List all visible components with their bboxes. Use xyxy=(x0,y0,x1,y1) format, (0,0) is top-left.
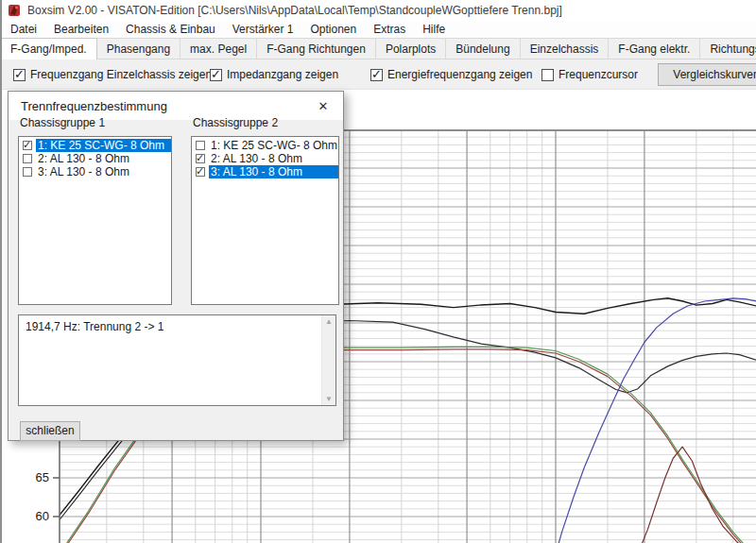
crossover-frequency-dialog: Trennfrequenzbestimmung ✕ Chassisgruppe … xyxy=(8,91,344,441)
tab-max-pegel[interactable]: max. Pegel xyxy=(180,38,257,59)
checkbox-label: Frequenzgang Einzelchassis zeigen xyxy=(30,68,212,81)
y-axis-label: 65 xyxy=(36,470,49,484)
close-icon[interactable]: ✕ xyxy=(315,99,332,113)
list-item-2-al-130-8-ohm[interactable]: 2: AL 130 - 8 Ohm xyxy=(21,152,171,165)
checkbox-label: Frequenzcursor xyxy=(558,68,638,81)
checkbox-label: Impedanzgang zeigen xyxy=(227,68,338,81)
menu-item-extras[interactable]: Extras xyxy=(365,22,414,37)
tab-f-gang-richtungen[interactable]: F-Gang Richtungen xyxy=(256,38,376,59)
boxsim-window: 6560 Boxsim V2.00 - VISATON-Edition [C:\… xyxy=(0,0,756,543)
menu-bar: DateiBearbeitenChassis & EinbauVerstärke… xyxy=(0,21,756,38)
list-item-checkbox[interactable] xyxy=(23,154,32,163)
list-item-checkbox[interactable] xyxy=(23,141,32,150)
tab-polarplots[interactable]: Polarplots xyxy=(375,38,446,59)
checkbox-label: Energiefrequenzgang zeigen xyxy=(387,68,532,81)
list-item-1-ke-25-sc-wg-8-ohm[interactable]: 1: KE 25 SC-WG- 8 Ohm xyxy=(194,139,338,152)
checkbox-impedanzgang-zeigen[interactable]: Impedanzgang zeigen xyxy=(210,68,338,81)
y-axis-label: 60 xyxy=(36,509,49,523)
list-item-checkbox[interactable] xyxy=(196,141,205,150)
result-text: 1914,7 Hz: Trennung 2 -> 1 xyxy=(19,315,335,338)
result-box: 1914,7 Hz: Trennung 2 -> 1 ▲ ▼ xyxy=(18,314,336,406)
tab-bündelung[interactable]: Bündelung xyxy=(445,38,520,59)
listbox-chassisgruppe-1[interactable]: 1: KE 25 SC-WG- 8 Ohm2: AL 130 - 8 Ohm3:… xyxy=(18,136,172,305)
list-item-label: 2: AL 130 - 8 Ohm xyxy=(36,152,171,165)
result-scrollbar[interactable]: ▲ ▼ xyxy=(321,315,335,405)
tab-phasengang[interactable]: Phasengang xyxy=(96,38,180,59)
menu-item-hilfe[interactable]: Hilfe xyxy=(414,22,454,37)
series-impedanzgang xyxy=(638,447,756,543)
list-item-label: 3: AL 130 - 8 Ohm xyxy=(209,165,338,178)
scrollbar-up-icon[interactable]: ▲ xyxy=(322,317,335,326)
compare-curves-button[interactable]: Vergleichskurven einb xyxy=(658,63,756,86)
window-left-border xyxy=(0,0,2,543)
chassisgruppe-2-label: Chassisgruppe 2 xyxy=(193,116,278,129)
tab-f-gang-imped[interactable]: F-Gang/Imped. xyxy=(0,38,97,59)
list-item-3-al-130-8-ohm[interactable]: 3: AL 130 - 8 Ohm xyxy=(21,165,171,178)
list-item-1-ke-25-sc-wg-8-ohm[interactable]: 1: KE 25 SC-WG- 8 Ohm xyxy=(21,139,171,152)
list-item-3-al-130-8-ohm[interactable]: 3: AL 130 - 8 Ohm xyxy=(194,165,338,178)
dialog-title: Trennfrequenzbestimmung xyxy=(21,99,167,113)
scrollbar-down-icon[interactable]: ▼ xyxy=(322,395,335,403)
menu-item-bearbeiten[interactable]: Bearbeiten xyxy=(45,22,117,37)
toolbar: Frequenzgang Einzelchassis zeigenImpedan… xyxy=(0,59,756,90)
checkbox-box[interactable] xyxy=(370,69,383,81)
checkbox-box[interactable] xyxy=(13,69,26,81)
checkbox-frequenzgang-einzelchassis-zeigen[interactable]: Frequenzgang Einzelchassis zeigen xyxy=(13,68,212,81)
y-axis-labels: 6560 xyxy=(36,470,60,523)
checkbox-box[interactable] xyxy=(541,69,554,81)
menu-item-datei[interactable]: Datei xyxy=(2,22,45,37)
checkbox-box[interactable] xyxy=(210,69,222,81)
list-item-checkbox[interactable] xyxy=(23,167,32,177)
tab-bar: F-Gang/Imped.Phasengangmax. PegelF-Gang … xyxy=(0,38,756,59)
list-item-2-al-130-8-ohm[interactable]: 2: AL 130 - 8 Ohm xyxy=(194,152,338,165)
listbox-chassisgruppe-2[interactable]: 1: KE 25 SC-WG- 8 Ohm2: AL 130 - 8 Ohm3:… xyxy=(191,136,339,305)
list-item-label: 1: KE 25 SC-WG- 8 Ohm xyxy=(36,139,171,152)
list-item-checkbox[interactable] xyxy=(196,154,205,163)
tab-richtungsplots[interactable]: Richtungsplots xyxy=(699,38,756,59)
list-item-label: 2: AL 130 - 8 Ohm xyxy=(209,152,338,165)
tab-f-gang-elektr[interactable]: F-Gang elektr. xyxy=(608,38,700,59)
menu-item-chassis-einbau[interactable]: Chassis & Einbau xyxy=(117,22,224,37)
list-item-label: 1: KE 25 SC-WG- 8 Ohm xyxy=(209,139,339,152)
list-item-label: 3: AL 130 - 8 Ohm xyxy=(36,165,171,178)
checkbox-frequenzcursor[interactable]: Frequenzcursor xyxy=(541,68,638,81)
menu-item-verstärker-1[interactable]: Verstärker 1 xyxy=(224,22,302,37)
window-titlebar[interactable]: Boxsim V2.00 - VISATON-Edition [C:\Users… xyxy=(0,0,756,21)
schliessen-button[interactable]: schließen xyxy=(20,421,80,441)
chassisgruppe-1-label: Chassisgruppe 1 xyxy=(20,116,105,129)
window-title: Boxsim V2.00 - VISATON-Edition [C:\Users… xyxy=(27,4,562,17)
checkbox-energiefrequenzgang-zeigen[interactable]: Energiefrequenzgang zeigen xyxy=(370,68,532,81)
menu-item-optionen[interactable]: Optionen xyxy=(301,22,365,37)
list-item-checkbox[interactable] xyxy=(196,167,205,177)
tab-einzelchassis[interactable]: Einzelchassis xyxy=(520,38,610,59)
app-icon xyxy=(8,4,21,17)
